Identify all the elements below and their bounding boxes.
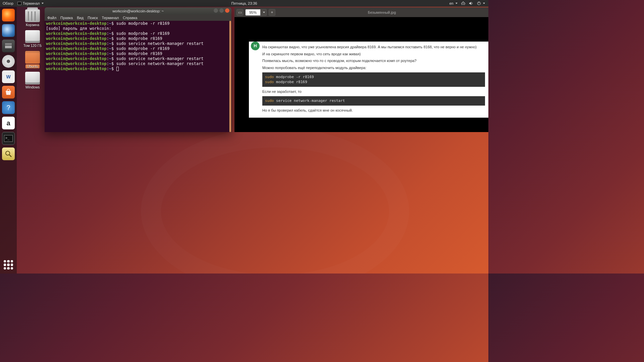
menu-view[interactable]: Вид <box>77 16 84 20</box>
menu-terminal[interactable]: Терминал <box>102 16 119 20</box>
scrollbar-thumb[interactable] <box>229 21 231 132</box>
drive-icon <box>25 30 40 43</box>
forum-text: Но я бы проверил кабель, сдаётся мне он … <box>262 108 485 113</box>
viewer-filename: Безымянный.jpg <box>368 10 396 14</box>
chevron-down-icon <box>483 3 485 4</box>
svg-rect-2 <box>5 43 12 45</box>
image-viewer-window: ▭ 95% + Безымянный.jpg Н На скриншотах в… <box>234 7 488 132</box>
lang-indicator[interactable]: en <box>449 1 458 5</box>
desktop-windows-volume[interactable]: Windows <box>25 72 40 89</box>
viewer-content[interactable]: Н На скриншотах видно, что уже усыновлен… <box>234 17 488 132</box>
chevron-down-icon <box>42 3 44 4</box>
terminal-menubar: Файл Правка Вид Поиск Терминал Справка <box>45 15 231 21</box>
folder-icon <box>25 51 40 64</box>
viewer-toolbar: ▭ 95% + Безымянный.jpg <box>234 7 488 17</box>
maximize-button[interactable] <box>219 8 224 13</box>
amazon-icon[interactable]: a <box>2 117 15 129</box>
desktop-ubuntu-folder[interactable]: Ubuntu <box>25 51 40 68</box>
terminal-title: workcoin@workcoin-desktop: ~ <box>112 9 164 13</box>
terminal-titlebar[interactable]: workcoin@workcoin-desktop: ~ <box>45 7 231 15</box>
forum-text: Если не заработает, то <box>262 89 485 95</box>
disk-icon[interactable] <box>2 55 15 68</box>
help-icon[interactable]: ? <box>2 101 15 114</box>
svg-line-5 <box>9 155 11 157</box>
chevron-down-icon <box>263 12 265 13</box>
forum-text: Появилась мысль, возможно что-то с прово… <box>262 58 485 64</box>
clock[interactable]: Пятница, 23:36 <box>231 1 257 5</box>
desktop-trash[interactable]: Корзина <box>25 9 40 27</box>
zoom-in-button[interactable]: + <box>269 9 275 16</box>
forum-text: И на скриншоте первом видно, что сеть вр… <box>262 51 485 57</box>
zoom-value: 95% <box>246 10 260 14</box>
menu-search[interactable]: Поиск <box>88 16 98 20</box>
menu-file[interactable]: Файл <box>47 16 56 20</box>
software-icon[interactable] <box>2 86 15 99</box>
activities-button[interactable]: Обзор <box>3 1 13 5</box>
desktop-volume-120[interactable]: Том 120 ГБ <box>23 30 42 48</box>
drive-icon <box>25 72 40 84</box>
power-icon[interactable] <box>477 1 485 5</box>
terminal-icon <box>17 2 21 5</box>
svg-rect-3 <box>5 46 12 48</box>
terminal-body[interactable]: workcoin@workcoin-desktop:~$ sudo modpro… <box>45 21 229 132</box>
code-block: sudo service network-manager restart <box>262 96 485 105</box>
close-button[interactable] <box>225 8 229 13</box>
gnome-top-bar: Обзор Терминал Пятница, 23:36 en <box>0 0 488 7</box>
network-icon[interactable] <box>461 1 466 5</box>
scrollbar[interactable] <box>229 21 231 132</box>
forum-text: Можно попробовать ещё переподключить мод… <box>262 65 485 71</box>
trash-icon <box>25 9 40 22</box>
launcher-dock: W ? a <box>0 7 17 274</box>
code-block: sudo modprobe -r r8169 sudo modprobe r81… <box>262 72 485 87</box>
loupe-icon[interactable] <box>2 147 15 160</box>
menu-edit[interactable]: Правка <box>60 16 73 20</box>
forum-text: На скриншотах видно, что уже усыновлена … <box>262 44 485 50</box>
files-icon[interactable] <box>2 40 15 52</box>
volume-icon[interactable] <box>469 1 474 5</box>
show-apps-button[interactable] <box>4 260 13 269</box>
app-menu[interactable]: Терминал <box>17 1 44 5</box>
zoom-fit-button[interactable]: ▭ <box>236 9 243 16</box>
chevron-down-icon <box>455 3 458 4</box>
thunderbird-icon[interactable] <box>2 24 15 37</box>
zoom-dropdown[interactable] <box>260 9 266 15</box>
firefox-icon[interactable] <box>2 9 15 21</box>
menu-help[interactable]: Справка <box>123 16 137 20</box>
avatar: Н <box>251 42 260 50</box>
zoom-combo[interactable]: 95% <box>245 9 267 16</box>
desktop-icons: Корзина Том 120 ГБ Ubuntu Windows <box>19 9 46 89</box>
writer-icon[interactable]: W <box>2 70 15 83</box>
minimize-button[interactable] <box>214 8 218 13</box>
svg-point-4 <box>6 151 10 155</box>
terminal-launcher-icon[interactable] <box>2 132 15 145</box>
terminal-window: workcoin@workcoin-desktop: ~ Файл Правка… <box>45 7 231 132</box>
forum-post: Н На скриншотах видно, что уже усыновлен… <box>249 42 488 118</box>
